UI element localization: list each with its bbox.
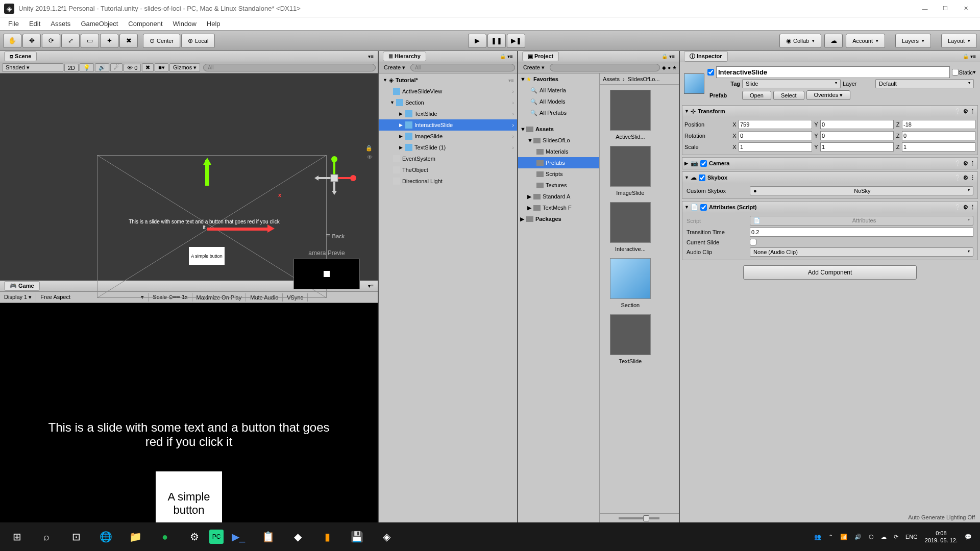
attributes-enabled-checkbox[interactable] <box>700 204 707 211</box>
tray-expand-icon[interactable]: ⌃ <box>828 534 833 540</box>
fx-icon[interactable]: ☄ <box>110 63 122 72</box>
hierarchy-search-input[interactable] <box>410 64 515 71</box>
hierarchy-item[interactable]: ▼Section› <box>379 97 517 108</box>
hierarchy-scene[interactable]: ▼◈ Tutorial*▾≡ <box>379 74 517 86</box>
ortho-icon[interactable]: ■▾ <box>155 63 168 72</box>
hierarchy-item[interactable]: ▶TextSlide› <box>379 108 517 119</box>
task-view-icon[interactable]: ⊡ <box>61 522 91 551</box>
play-button[interactable]: ▶ <box>468 34 486 48</box>
layers-dropdown[interactable]: Layers <box>895 34 931 48</box>
folder-item[interactable]: Scripts <box>518 168 599 180</box>
hierarchy-item-selected[interactable]: ▶InteractiveSlide› <box>379 119 517 131</box>
packages-folder[interactable]: ▶Packages <box>518 213 599 224</box>
pivot-local-button[interactable]: ⊕ Local <box>181 34 215 48</box>
tag-dropdown[interactable]: Slide <box>742 79 841 88</box>
camera-icon[interactable]: ✖ <box>142 63 154 72</box>
prefab-item[interactable]: Section <box>605 258 656 308</box>
spotify-icon[interactable]: ● <box>150 522 180 551</box>
search-icon[interactable]: ⌕ <box>32 522 61 551</box>
rot-x-input[interactable] <box>739 131 812 140</box>
clock[interactable]: 0:082019. 05. 12. <box>925 530 958 544</box>
menu-help[interactable]: Help <box>202 18 226 30</box>
notes-icon[interactable]: 📋 <box>253 522 283 551</box>
lock-icon[interactable]: 🔒 <box>365 145 373 152</box>
menu-file[interactable]: File <box>3 18 24 30</box>
component-menu-icon[interactable]: ❔ ⚙ ⋮ <box>954 160 975 167</box>
gizmos-dropdown[interactable]: Gizmos ▾ <box>169 63 200 72</box>
pycharm-icon[interactable]: PC <box>209 530 224 544</box>
project-breadcrumb[interactable]: Assets › SlidesOfLo... <box>600 73 679 85</box>
chrome-icon[interactable]: 🌐 <box>91 522 120 551</box>
audio-clip-field[interactable]: None (Audio Clip) <box>750 247 973 257</box>
move-tool-icon[interactable]: ✥ <box>22 34 41 48</box>
save-icon[interactable]: 💾 <box>342 522 372 551</box>
custom-tool-icon[interactable]: ✖ <box>119 34 138 48</box>
scene-slide-text[interactable]: This is a slide with some text and a but… <box>128 219 281 230</box>
folder-item[interactable]: ▶Standard A <box>518 191 599 202</box>
rect-tool-icon[interactable]: ▭ <box>81 34 99 48</box>
assets-folder[interactable]: ▼Assets <box>518 123 599 135</box>
transition-time-input[interactable] <box>750 228 973 237</box>
scene-slide-button[interactable]: A simple button <box>189 247 225 265</box>
maximize-button[interactable]: ☐ <box>935 2 955 16</box>
lighting-status[interactable]: Auto Generate Lighting Off <box>680 512 980 522</box>
scale-x-input[interactable] <box>739 142 812 152</box>
account-dropdown[interactable]: Account <box>846 34 885 48</box>
static-checkbox[interactable] <box>952 69 959 76</box>
custom-skybox-field[interactable]: ● NoSky <box>750 186 973 195</box>
icon-size-slider[interactable] <box>619 517 659 519</box>
audio-icon[interactable]: 🔊 <box>95 63 109 72</box>
people-icon[interactable]: 👥 <box>814 534 821 540</box>
folder-item[interactable]: Materials <box>518 146 599 157</box>
game-view[interactable]: This is a slide with some text and a but… <box>0 303 378 522</box>
hierarchy-item[interactable]: ActiveSlideView› <box>379 86 517 97</box>
hierarchy-create-dropdown[interactable]: Create <box>381 64 408 71</box>
prefab-item[interactable]: ImageSlide <box>605 146 656 196</box>
scale-tool-icon[interactable]: ⤢ <box>61 34 80 48</box>
folder-item[interactable]: ▶TextMesh F <box>518 202 599 213</box>
pivot-center-button[interactable]: ⊙ Center <box>143 34 180 48</box>
transform-tool-icon[interactable]: ✦ <box>100 34 118 48</box>
pause-button[interactable]: ❚❚ <box>487 34 506 48</box>
menu-component[interactable]: Component <box>123 18 167 30</box>
display-dropdown[interactable]: Display 1 ▾ <box>0 293 36 302</box>
menu-gameobject[interactable]: GameObject <box>76 18 123 30</box>
camera-enabled-checkbox[interactable] <box>700 160 707 167</box>
volume-icon[interactable]: 🔊 <box>854 534 862 540</box>
scene-tab[interactable]: ⧈ Scene ▾≡ <box>0 51 378 62</box>
settings-icon[interactable]: ⚙ <box>180 522 209 551</box>
scene-view[interactable]: This is a slide with some text and a but… <box>0 73 378 281</box>
hidden-zero[interactable]: 👁 0 <box>124 64 141 72</box>
explorer-icon[interactable]: 📁 <box>120 522 150 551</box>
cloud-icon[interactable]: ☁ <box>881 534 887 540</box>
search-filter-icon[interactable]: ◆ ● ★ <box>662 65 677 70</box>
hierarchy-item[interactable]: ▶TextSlide (1)› <box>379 142 517 153</box>
layout-dropdown[interactable]: Layout <box>941 34 977 48</box>
notifications-icon[interactable]: 💬 <box>965 534 972 540</box>
dropbox-icon[interactable]: ⬡ <box>869 534 874 540</box>
hierarchy-item[interactable]: ▶ImageSlide› <box>379 131 517 142</box>
app-icon[interactable]: ◆ <box>283 522 312 551</box>
inspector-tab[interactable]: ⓘ Inspector 🔒 ▾≡ <box>680 51 980 62</box>
cloud-icon[interactable]: ☁ <box>824 34 843 48</box>
folder-item[interactable]: ▼SlidesOfLo <box>518 135 599 146</box>
2d-toggle[interactable]: 2D <box>64 64 79 72</box>
project-create-dropdown[interactable]: Create <box>520 64 548 71</box>
hierarchy-item[interactable]: Directional Light <box>379 176 517 187</box>
project-search-input[interactable] <box>550 64 660 71</box>
back-button[interactable]: ≡ Back <box>326 232 345 240</box>
add-component-button[interactable]: Add Component <box>743 265 917 280</box>
fav-item[interactable]: 🔍All Materia <box>518 85 599 96</box>
favorites-folder[interactable]: ▼★Favorites <box>518 73 599 85</box>
prefab-overrides-button[interactable]: Overrides ▾ <box>806 90 851 100</box>
project-tab[interactable]: ▣ Project 🔒 ▾≡ <box>518 51 679 62</box>
hierarchy-item[interactable]: EventSystem <box>379 153 517 164</box>
prefab-open-button[interactable]: Open <box>742 91 771 100</box>
rot-y-input[interactable] <box>820 131 894 140</box>
fav-item[interactable]: 🔍All Prefabs <box>518 107 599 118</box>
fav-item[interactable]: 🔍All Models <box>518 96 599 107</box>
close-button[interactable]: ✕ <box>955 2 976 16</box>
skybox-enabled-checkbox[interactable] <box>699 174 705 181</box>
start-button[interactable]: ⊞ <box>2 522 32 551</box>
prefab-select-button[interactable]: Select <box>773 91 804 100</box>
